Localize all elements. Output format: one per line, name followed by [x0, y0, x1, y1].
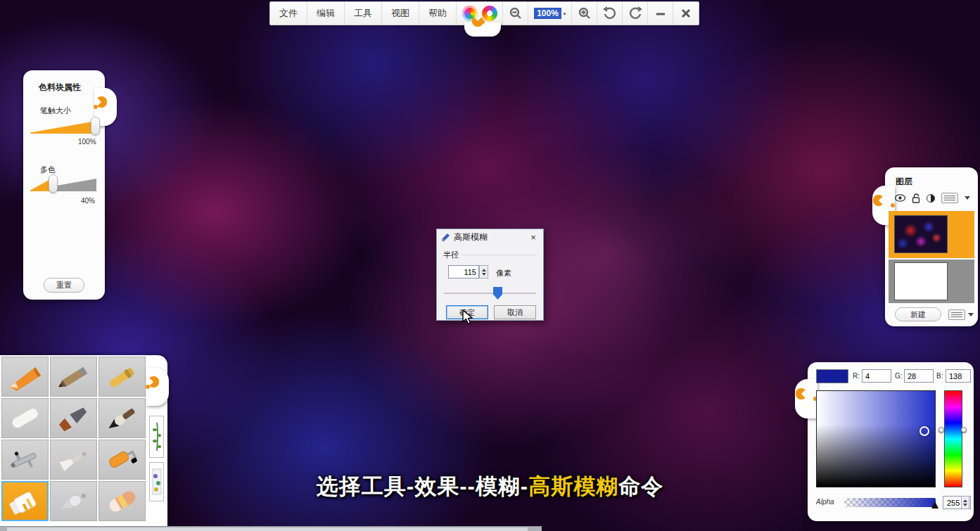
- undo-button[interactable]: [597, 2, 623, 25]
- tool-blender[interactable]: [50, 481, 97, 521]
- b-input[interactable]: [946, 369, 971, 383]
- multicolor-slider[interactable]: [30, 179, 96, 191]
- zoom-in-button[interactable]: [572, 2, 597, 25]
- zoom-in-icon: [578, 6, 592, 20]
- paintbrush-icon: [54, 403, 94, 434]
- spinner-up-icon[interactable]: [482, 269, 486, 271]
- horizontal-scrollbar[interactable]: [0, 526, 542, 531]
- layer-thumbnail-blank[interactable]: [894, 262, 948, 300]
- tool-ink-pen[interactable]: [98, 398, 146, 438]
- layer-row-selected[interactable]: [889, 211, 974, 258]
- tool-airbrush[interactable]: [1, 440, 49, 480]
- toolbar-drag-handle[interactable]: [464, 23, 501, 37]
- undo-icon: [602, 6, 618, 20]
- tool-pencil[interactable]: [50, 357, 97, 397]
- pencil-icon: [54, 362, 94, 392]
- close-button[interactable]: [673, 2, 699, 25]
- brush-panel-drag-handle[interactable]: [146, 368, 169, 406]
- reset-button[interactable]: 重置: [44, 278, 84, 293]
- subtitle-highlight: 高斯模糊: [528, 474, 618, 499]
- r-input[interactable]: [862, 369, 891, 383]
- handle-crescent-icon: [873, 195, 884, 206]
- scrollbar-thumb[interactable]: [7, 527, 528, 531]
- brush-size-slider[interactable]: [30, 121, 96, 134]
- color-spiral-icon[interactable]: [482, 6, 497, 21]
- redo-icon: [628, 6, 643, 20]
- radius-spinner[interactable]: [479, 265, 488, 279]
- r-label: R:: [853, 372, 860, 380]
- tool-eraser[interactable]: [98, 481, 146, 521]
- chevron-down-icon[interactable]: [968, 313, 974, 316]
- menu-edit[interactable]: 编辑: [307, 2, 345, 25]
- tool-pastel-crayon[interactable]: [1, 357, 49, 397]
- layers-menu-icon[interactable]: [948, 309, 965, 320]
- redo-button[interactable]: [623, 2, 648, 25]
- spinner-up-icon[interactable]: [963, 499, 967, 502]
- tool-palette-knife[interactable]: [50, 440, 97, 480]
- gaussian-blur-dialog: 高斯模糊 × 半径 像素 确定 取消: [436, 229, 544, 321]
- alpha-slider[interactable]: [844, 498, 936, 507]
- dialog-close-icon[interactable]: ×: [528, 232, 539, 243]
- layer-row[interactable]: [889, 260, 974, 303]
- multicolor-value: 40%: [81, 197, 95, 205]
- tool-chalk[interactable]: [1, 398, 49, 438]
- radius-slider-thumb[interactable]: [493, 287, 502, 300]
- paint-roller-icon: [103, 444, 142, 475]
- minimize-icon: [655, 8, 666, 19]
- opacity-half-icon[interactable]: [927, 194, 935, 203]
- pastel-crayon-icon: [6, 362, 45, 392]
- stencil-card-plant[interactable]: [149, 416, 164, 458]
- menu-help[interactable]: 帮助: [419, 2, 457, 25]
- menu-tools[interactable]: 工具: [345, 2, 382, 25]
- alpha-spinner[interactable]: [961, 496, 969, 509]
- dialog-title: 高斯模糊: [454, 231, 488, 243]
- divider: [461, 255, 537, 255]
- hue-marker-left-icon[interactable]: [938, 427, 944, 433]
- menu-view[interactable]: 视图: [382, 2, 419, 25]
- g-input[interactable]: [904, 369, 934, 383]
- lock-open-icon[interactable]: [912, 193, 920, 203]
- new-layer-button[interactable]: 新建: [895, 307, 941, 321]
- radius-label: 半径: [443, 250, 459, 260]
- subtitle-suffix: 命令: [618, 474, 663, 499]
- multicolor-slider-thumb[interactable]: [49, 174, 58, 193]
- handle-dot-icon: [94, 105, 98, 109]
- visibility-eye-icon[interactable]: [895, 194, 905, 202]
- palette-knife-icon: [54, 444, 94, 475]
- brush-size-value: 100%: [78, 138, 96, 146]
- handle-dot-icon: [891, 203, 895, 207]
- radius-input[interactable]: [448, 265, 479, 279]
- cancel-button[interactable]: 取消: [494, 305, 536, 319]
- stencil-card-image[interactable]: [149, 462, 164, 501]
- b-label: B:: [936, 372, 943, 380]
- alpha-label: Alpha: [816, 498, 834, 506]
- brush-size-slider-thumb[interactable]: [91, 117, 100, 135]
- spinner-down-icon[interactable]: [963, 504, 967, 506]
- paint-panel-title: 色料块属性: [39, 82, 81, 94]
- color-panel-drag-handle[interactable]: [795, 379, 817, 418]
- zoom-menu-dot-icon: [564, 13, 566, 15]
- menu-file[interactable]: 文件: [270, 2, 307, 25]
- zoom-level-button[interactable]: 100%: [528, 2, 572, 25]
- hue-bar[interactable]: [944, 390, 962, 487]
- radius-slider-track[interactable]: [444, 293, 536, 294]
- saturation-value-square[interactable]: [816, 390, 936, 487]
- minimize-button[interactable]: [648, 2, 673, 25]
- close-icon: [680, 8, 692, 19]
- chevron-down-icon[interactable]: [965, 196, 970, 200]
- current-color-swatch[interactable]: [816, 369, 848, 383]
- color-cursor-icon[interactable]: [919, 426, 929, 436]
- zoom-out-button[interactable]: [503, 2, 528, 25]
- alpha-slider-thumb[interactable]: [931, 501, 938, 508]
- dialog-titlebar[interactable]: 高斯模糊 ×: [437, 229, 543, 245]
- tool-paintbrush[interactable]: [50, 398, 97, 438]
- tool-paint-roller[interactable]: [98, 440, 146, 480]
- layer-options-icon[interactable]: [941, 193, 958, 203]
- spinner-down-icon[interactable]: [482, 273, 486, 276]
- tool-wax-crayon[interactable]: [98, 357, 146, 397]
- color-picker-panel: R: G: B: Alpha 255: [808, 362, 974, 521]
- layer-thumbnail-painted[interactable]: [894, 215, 948, 253]
- hue-marker-right-icon[interactable]: [961, 427, 967, 433]
- paint-bottle-icon: [6, 486, 45, 517]
- tool-paint-bottle[interactable]: [1, 481, 49, 521]
